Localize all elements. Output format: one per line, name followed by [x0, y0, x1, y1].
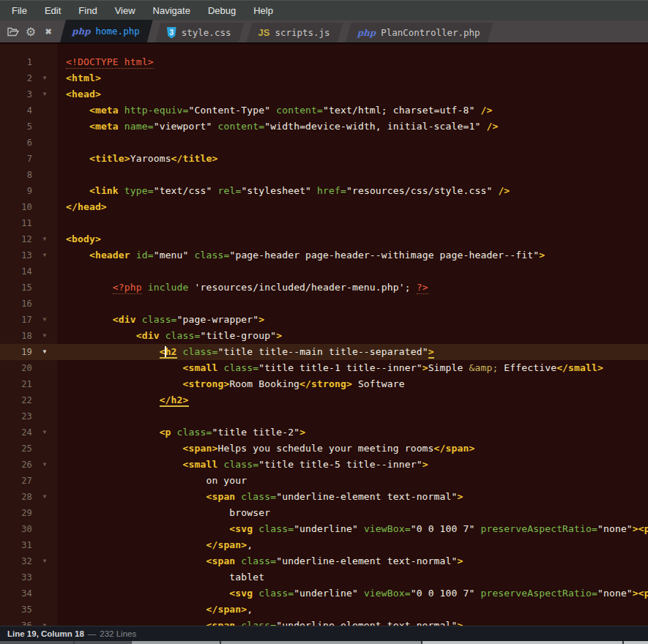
code-line-28[interactable]: 28▼ <span class="underline-element text-… — [0, 489, 648, 505]
code-line-36[interactable]: 36▼ <span class="underline-element text-… — [0, 618, 648, 626]
close-icon[interactable]: ✖ — [41, 24, 56, 39]
code-content: <?php include 'resources/included/header… — [66, 280, 428, 296]
code-content: <meta name="viewport" content="width=dev… — [66, 119, 498, 135]
scrollbar-tick — [421, 641, 422, 644]
code-line-30[interactable]: 30 <svg class="underline" viewBox="0 0 1… — [0, 521, 648, 537]
line-number: 33 — [0, 569, 32, 585]
fold-arrow-icon[interactable]: ▼ — [32, 424, 57, 441]
fold-arrow-icon[interactable]: ▼ — [32, 231, 57, 247]
code-line-21[interactable]: 21 <strong>Room Booking</strong> Softwar… — [0, 376, 648, 392]
tab-label: scripts.js — [275, 27, 329, 38]
line-number: 21 — [0, 376, 32, 392]
code-content: on your — [66, 473, 247, 489]
code-line-22[interactable]: 22 </h2> — [0, 392, 648, 408]
code-line-8[interactable]: 8 — [0, 167, 648, 183]
tab-label: style.css — [182, 27, 231, 38]
code-line-19[interactable]: 19▼ <h2 class="title title--main title--… — [0, 344, 648, 360]
fold-arrow-icon[interactable]: ▼ — [32, 344, 57, 360]
code-line-11[interactable]: 11 — [0, 215, 648, 231]
scrollbar-tick — [73, 641, 75, 644]
code-line-24[interactable]: 24▼ <p class="title title-2"> — [0, 424, 648, 441]
code-line-1[interactable]: 1<!DOCTYPE html> — [0, 54, 648, 70]
code-line-35[interactable]: 35 </span>, — [0, 602, 648, 618]
line-number: 30 — [0, 521, 32, 537]
line-number: 20 — [0, 360, 32, 376]
code-line-31[interactable]: 31 </span>, — [0, 537, 648, 553]
tab-scripts.js[interactable]: JSscripts.js — [246, 23, 343, 42]
code-content: <title>Yarooms</title> — [66, 151, 217, 167]
line-number: 24 — [0, 424, 32, 441]
code-line-10[interactable]: 10</head> — [0, 199, 648, 215]
code-line-3[interactable]: 3▼<head> — [0, 86, 648, 102]
code-line-25[interactable]: 25 <span>Helps you schedule your meeting… — [0, 441, 648, 457]
fold-arrow-icon[interactable]: ▼ — [32, 553, 57, 569]
fold-arrow-icon[interactable]: ▼ — [32, 247, 57, 263]
code-line-16[interactable]: 16 — [0, 296, 648, 312]
tab-PlanController.php[interactable]: phpPlanController.php — [346, 23, 494, 42]
tab-style.css[interactable]: 3style.css — [155, 23, 245, 42]
code-line-17[interactable]: 17▼ <div class="page-wrapper"> — [0, 312, 648, 328]
fold-arrow-icon[interactable]: ▼ — [32, 489, 57, 505]
menu-debug[interactable]: Debug — [199, 1, 245, 20]
code-content: <h2 class="title title--main title--sepa… — [66, 344, 434, 360]
code-content: <html> — [66, 70, 101, 86]
code-line-6[interactable]: 6 — [0, 135, 648, 151]
menu-navigate[interactable]: Navigate — [144, 1, 199, 20]
code-line-7[interactable]: 7 <title>Yarooms</title> — [0, 151, 648, 167]
code-line-26[interactable]: 26▼ <small class="title title-5 title--i… — [0, 457, 648, 473]
line-number: 5 — [0, 119, 32, 135]
code-line-27[interactable]: 27 on your — [0, 473, 648, 489]
code-content: </span>, — [66, 537, 253, 553]
menu-edit[interactable]: Edit — [36, 1, 70, 20]
php-file-icon: php — [72, 26, 91, 37]
code-line-29[interactable]: 29 browser — [0, 505, 648, 521]
tab-toolbar: ⚙ ✖ — [0, 20, 60, 42]
fold-arrow-icon[interactable]: ▼ — [32, 312, 57, 328]
fold-arrow-icon[interactable]: ▼ — [32, 328, 57, 344]
code-content: <div class="title-group"> — [66, 328, 282, 344]
line-number: 28 — [0, 489, 32, 505]
code-line-13[interactable]: 13▼ <header id="menu" class="page-header… — [0, 247, 648, 263]
code-line-18[interactable]: 18▼ <div class="title-group"> — [0, 328, 648, 344]
line-number: 15 — [0, 280, 32, 296]
fold-arrow-icon[interactable]: ▼ — [32, 70, 57, 86]
fold-arrow-icon[interactable]: ▼ — [32, 86, 57, 102]
code-line-23[interactable]: 23 — [0, 408, 648, 424]
settings-gear-icon[interactable]: ⚙ — [23, 24, 38, 39]
line-number: 34 — [0, 585, 32, 602]
code-line-2[interactable]: 2▼<html> — [0, 70, 648, 86]
code-content: <strong>Room Booking</strong> Software — [66, 376, 405, 392]
code-line-33[interactable]: 33 tablet — [0, 569, 648, 585]
code-content: <span class="underline-element text-norm… — [66, 618, 463, 626]
tab-bar: ⚙ ✖ phphome.php3style.cssJSscripts.jsphp… — [0, 20, 648, 44]
code-content: <header id="menu" class="page-header pag… — [66, 247, 545, 263]
menu-view[interactable]: View — [106, 1, 144, 20]
code-line-34[interactable]: 34 <svg class="underline" viewBox="0 0 1… — [0, 585, 648, 602]
code-line-12[interactable]: 12▼<body> — [0, 231, 648, 247]
code-line-9[interactable]: 9 <link type="text/css" rel="stylesheet"… — [0, 183, 648, 199]
code-line-15[interactable]: 15 <?php include 'resources/included/hea… — [0, 280, 648, 296]
code-content: <body> — [66, 231, 101, 247]
horizontal-scrollbar[interactable] — [0, 641, 648, 644]
menu-help[interactable]: Help — [245, 1, 282, 20]
line-number: 25 — [0, 441, 32, 457]
code-line-5[interactable]: 5 <meta name="viewport" content="width=d… — [0, 119, 648, 135]
code-line-32[interactable]: 32▼ <span class="underline-element text-… — [0, 553, 648, 569]
code-line-4[interactable]: 4 <meta http-equiv="Content-Type" conten… — [0, 102, 648, 119]
line-number: 27 — [0, 473, 32, 489]
fold-arrow-icon[interactable]: ▼ — [32, 618, 57, 626]
line-number: 9 — [0, 183, 32, 199]
code-line-14[interactable]: 14 — [0, 263, 648, 280]
line-number: 18 — [0, 328, 32, 344]
menu-find[interactable]: Find — [70, 1, 105, 20]
code-editor[interactable]: 1<!DOCTYPE html>2▼<html>3▼<head>4 <meta … — [0, 44, 648, 626]
line-number: 14 — [0, 263, 32, 280]
cursor-position-status: Line 19, Column 18 — [7, 629, 84, 638]
fold-arrow-icon[interactable]: ▼ — [32, 457, 57, 473]
open-folder-icon[interactable] — [6, 24, 21, 39]
code-content: <small class="title title-5 title--inner… — [66, 457, 428, 473]
menu-file[interactable]: File — [3, 1, 36, 20]
code-line-20[interactable]: 20 <small class="title title-1 title--in… — [0, 360, 648, 376]
line-number: 1 — [0, 54, 32, 70]
tab-home.php[interactable]: phphome.php — [60, 20, 153, 42]
